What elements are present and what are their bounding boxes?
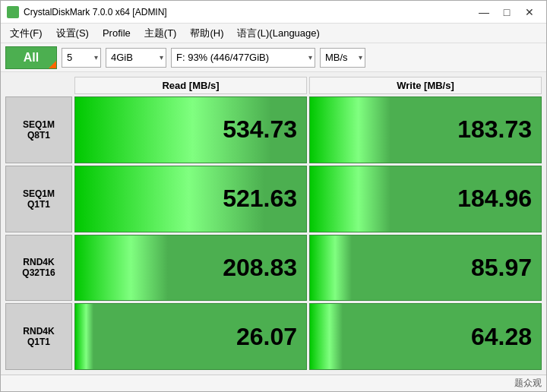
table-row: SEQ1M Q8T1 534.73 183.73	[5, 96, 542, 163]
read-header: Read [MB/s]	[74, 77, 307, 94]
menu-theme[interactable]: 主题(T)	[138, 25, 183, 42]
title-controls: — □ ✕	[473, 4, 540, 21]
menu-profile[interactable]: Profile	[96, 26, 137, 40]
app-window: CrystalDiskMark 7.0.0 x64 [ADMIN] — □ ✕ …	[0, 0, 547, 392]
all-button[interactable]: All	[5, 46, 57, 69]
write-cell-seq1m-q8t1: 183.73	[309, 96, 542, 163]
write-cell-seq1m-q1t1: 184.96	[309, 166, 542, 232]
menu-help[interactable]: 帮助(H)	[184, 25, 229, 42]
menu-settings[interactable]: 设置(S)	[50, 25, 95, 42]
read-value-rnd4k-q1t1: 26.07	[236, 323, 297, 351]
minimize-button[interactable]: —	[473, 4, 495, 21]
cdm-icon	[7, 6, 19, 18]
row-label-line2: Q32T16	[22, 267, 55, 278]
read-cell-seq1m-q8t1: 534.73	[74, 96, 307, 163]
row-label-line1: RND4K	[23, 326, 54, 337]
window-title: CrystalDiskMark 7.0.0 x64 [ADMIN]	[24, 7, 473, 17]
units-wrapper: MB/s GB/s IOPS μs ▾	[320, 48, 365, 68]
read-value-seq1m-q1t1: 521.63	[223, 185, 297, 213]
count-select[interactable]: 1 3 5 10	[62, 48, 101, 68]
write-value-seq1m-q1t1: 184.96	[457, 185, 532, 213]
write-value-seq1m-q8t1: 183.73	[457, 115, 532, 144]
menu-bar: 文件(F) 设置(S) Profile 主题(T) 帮助(H) 语言(L)(La…	[1, 24, 546, 43]
size-wrapper: 512MiB 1GiB 2GiB 4GiB 8GiB ▾	[106, 48, 166, 68]
close-button[interactable]: ✕	[519, 4, 540, 21]
maximize-button[interactable]: □	[496, 4, 517, 21]
count-wrapper: 1 3 5 10 ▾	[62, 48, 101, 68]
row-label-line2: Q8T1	[27, 130, 50, 141]
row-label-line1: RND4K	[23, 257, 54, 267]
table-row: RND4K Q1T1 26.07 64.28	[5, 303, 542, 370]
header-empty	[5, 77, 72, 94]
row-label-line2: Q1T1	[27, 199, 50, 210]
main-content: Read [MB/s] Write [MB/s] SEQ1M Q8T1 534.…	[1, 72, 546, 375]
write-cell-rnd4k-q1t1: 64.28	[309, 303, 542, 370]
row-label-seq1m-q8t1: SEQ1M Q8T1	[5, 96, 72, 163]
drive-select[interactable]: F: 93% (446/477GiB)	[171, 48, 315, 68]
row-label-line1: SEQ1M	[23, 119, 55, 130]
write-value-rnd4k-q1t1: 64.28	[471, 323, 532, 351]
drive-wrapper: F: 93% (446/477GiB) ▾	[171, 48, 315, 68]
menu-file[interactable]: 文件(F)	[4, 25, 49, 42]
watermark: 题众观	[514, 377, 542, 390]
toolbar: All 1 3 5 10 ▾ 512MiB 1GiB 2GiB 4GiB 8Gi…	[1, 43, 546, 72]
write-value-rnd4k-q32t16: 85.97	[471, 254, 532, 282]
status-bar: 题众观	[1, 375, 546, 391]
read-cell-seq1m-q1t1: 521.63	[74, 166, 307, 232]
read-cell-rnd4k-q1t1: 26.07	[74, 303, 307, 370]
read-value-rnd4k-q32t16: 208.83	[223, 254, 297, 282]
write-cell-rnd4k-q32t16: 85.97	[309, 235, 542, 302]
read-cell-rnd4k-q32t16: 208.83	[74, 235, 307, 302]
row-label-rnd4k-q32t16: RND4K Q32T16	[5, 235, 72, 302]
row-label-rnd4k-q1t1: RND4K Q1T1	[5, 303, 72, 370]
size-select[interactable]: 512MiB 1GiB 2GiB 4GiB 8GiB	[106, 48, 166, 68]
write-header: Write [MB/s]	[309, 77, 542, 94]
menu-language[interactable]: 语言(L)(Language)	[231, 25, 325, 42]
table-row: SEQ1M Q1T1 521.63 184.96	[5, 166, 542, 232]
table-row: RND4K Q32T16 208.83 85.97	[5, 235, 542, 302]
units-select[interactable]: MB/s GB/s IOPS μs	[320, 48, 365, 68]
bench-header: Read [MB/s] Write [MB/s]	[5, 77, 542, 94]
read-value-seq1m-q8t1: 534.73	[223, 115, 297, 144]
row-label-seq1m-q1t1: SEQ1M Q1T1	[5, 166, 72, 232]
row-label-line1: SEQ1M	[23, 188, 55, 199]
row-label-line2: Q1T1	[27, 337, 50, 347]
bench-table: Read [MB/s] Write [MB/s] SEQ1M Q8T1 534.…	[5, 77, 542, 370]
title-bar: CrystalDiskMark 7.0.0 x64 [ADMIN] — □ ✕	[1, 1, 546, 24]
